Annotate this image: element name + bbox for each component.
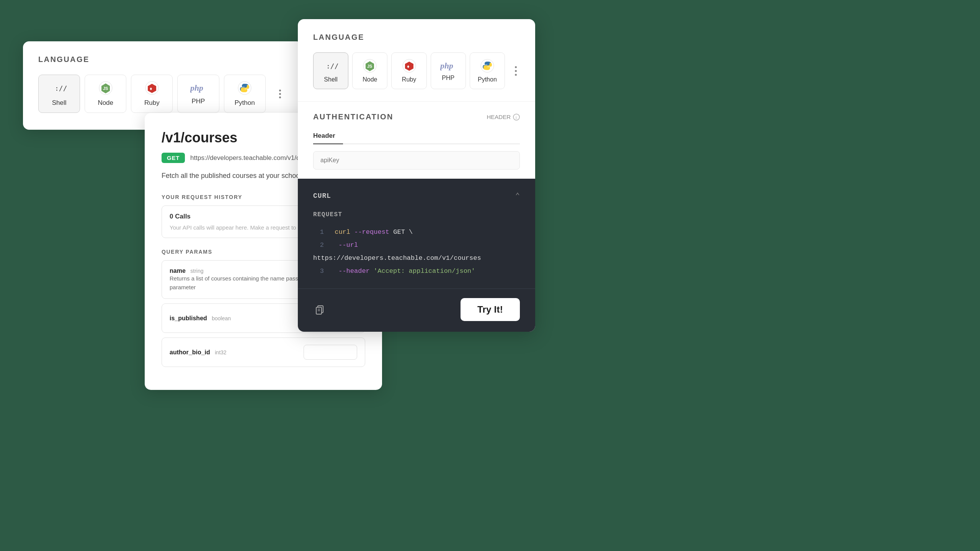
code-chevron-icon[interactable]: ⌃	[515, 191, 520, 201]
language-section-label: LANGUAGE	[38, 55, 287, 64]
auth-header-row: AUTHENTICATION HEADER i	[313, 112, 520, 121]
svg-text:php: php	[440, 61, 453, 70]
shell-icon-right: ://	[323, 59, 338, 73]
header-flag: --header	[338, 267, 370, 275]
request-flag: --request	[354, 228, 389, 236]
lang-btn-python-right[interactable]: Python	[470, 52, 505, 89]
lang-btn-shell-small[interactable]: :// Shell	[38, 75, 80, 113]
auth-header-text: HEADER	[487, 114, 511, 120]
api-key-input[interactable]	[313, 151, 520, 170]
svg-text:php: php	[190, 83, 203, 93]
param-is-published-label: is_published	[170, 315, 207, 321]
svg-text:♦: ♦	[150, 86, 152, 91]
ruby-icon-right: ♦	[402, 59, 416, 73]
line-num-2: 2	[313, 239, 324, 252]
language-label-right: LANGUAGE	[313, 33, 520, 42]
auth-tabs: Header	[313, 128, 520, 144]
lang-label-php-small: PHP	[192, 98, 205, 105]
lang-label-shell-small: Shell	[52, 99, 67, 107]
lang-btn-ruby-right[interactable]: ♦ Ruby	[391, 52, 426, 89]
php-icon: php	[190, 82, 206, 94]
author-bio-id-input[interactable]	[304, 345, 357, 360]
code-line-3: 3 --header 'Accept: application/json'	[313, 265, 520, 289]
svg-text:i: i	[516, 115, 516, 120]
info-icon: i	[513, 114, 520, 121]
param-name-label: name	[170, 267, 186, 274]
language-auth-code-card: LANGUAGE :// Shell JS Node	[298, 19, 535, 332]
code-label: CURL	[313, 192, 331, 200]
lang-btn-python-small[interactable]: Python	[224, 75, 266, 113]
param-row-author-bio-id: author_bio_id int32	[162, 337, 365, 367]
shell-icon: ://	[52, 81, 67, 95]
code-line-1: 1 curl --request GET \	[313, 226, 520, 239]
auth-tab-header[interactable]: Header	[313, 128, 343, 144]
more-languages-btn-right[interactable]	[512, 63, 520, 79]
param-author-bio-id-type: int32	[215, 349, 226, 355]
more-dot	[279, 90, 281, 91]
url-flag: --url	[338, 241, 358, 249]
lang-btn-php-right[interactable]: php PHP	[431, 52, 466, 89]
more-dot-1	[515, 66, 517, 68]
more-languages-btn-small[interactable]	[273, 86, 287, 101]
code-block: CURL ⌃ REQUEST 1 curl --request GET \ 2 …	[298, 179, 535, 289]
lang-btn-node-small[interactable]: JS Node	[85, 75, 126, 113]
lang-btn-shell-right[interactable]: :// Shell	[313, 52, 348, 89]
param-author-bio-id-label: author_bio_id	[170, 349, 210, 355]
node-icon: JS	[98, 81, 113, 95]
svg-text:://: ://	[326, 62, 338, 70]
curl-keyword: curl	[335, 228, 350, 236]
auth-section-label: AUTHENTICATION	[313, 112, 394, 121]
code-line-2: 2 --url https://developers.teachable.com…	[313, 239, 520, 265]
more-dot	[279, 96, 281, 98]
language-grid-right: :// Shell JS Node ♦ Rub	[313, 52, 520, 89]
lang-label-python-right: Python	[478, 76, 497, 83]
code-block-header: CURL ⌃	[313, 191, 520, 201]
param-is-published-type: boolean	[212, 315, 231, 321]
node-icon-right: JS	[363, 59, 377, 73]
ruby-icon: ♦	[145, 81, 159, 95]
python-icon-right	[480, 59, 495, 73]
lang-label-ruby-right: Ruby	[402, 76, 416, 83]
lang-label-php-right: PHP	[442, 75, 454, 82]
svg-text:♦: ♦	[407, 64, 410, 69]
auth-section: AUTHENTICATION HEADER i Header	[298, 101, 535, 179]
auth-header-link[interactable]: HEADER i	[487, 114, 520, 121]
header-value: 'Accept: application/json'	[374, 267, 475, 275]
more-dot-2	[515, 70, 517, 72]
code-lines: 1 curl --request GET \ 2 --url https://d…	[313, 226, 520, 289]
lang-btn-ruby-small[interactable]: ♦ Ruby	[131, 75, 173, 113]
clipboard-svg	[315, 304, 325, 315]
param-name-is-published: is_published boolean	[170, 315, 231, 322]
code-footer: Try It!	[298, 289, 535, 332]
param-name-author-bio-id: author_bio_id int32	[170, 349, 227, 356]
svg-text:://: ://	[55, 84, 67, 92]
request-label: REQUEST	[313, 211, 520, 218]
get-method: GET \	[393, 228, 413, 236]
lang-label-shell-right: Shell	[324, 76, 338, 83]
language-section-right: LANGUAGE :// Shell JS Node	[298, 19, 535, 101]
line-num-3: 3	[313, 265, 324, 278]
lang-label-node-small: Node	[98, 99, 113, 107]
method-badge: GET	[162, 153, 185, 163]
line-num-1: 1	[313, 226, 324, 239]
param-type-label: string	[190, 268, 203, 274]
lang-btn-node-right[interactable]: JS Node	[352, 52, 387, 89]
svg-text:JS: JS	[367, 64, 372, 68]
lang-label-python-small: Python	[235, 99, 255, 107]
svg-text:JS: JS	[103, 86, 108, 91]
copy-icon[interactable]	[313, 303, 327, 316]
lang-label-ruby-small: Ruby	[144, 99, 160, 107]
language-grid-small: :// Shell JS Node ♦ Ruby php	[38, 75, 287, 113]
python-icon	[237, 81, 252, 95]
try-it-button[interactable]: Try It!	[461, 298, 520, 321]
url-value: https://developers.teachable.com/v1/cour…	[313, 254, 481, 262]
php-icon-right: php	[440, 60, 456, 72]
lang-label-node-right: Node	[363, 76, 377, 83]
more-dot	[279, 93, 281, 95]
more-dot-3	[515, 74, 517, 76]
lang-btn-php-small[interactable]: php PHP	[177, 75, 219, 113]
